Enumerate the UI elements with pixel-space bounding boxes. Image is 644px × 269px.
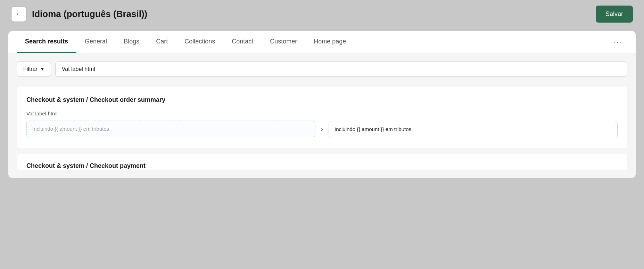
- page-title: Idioma (português (Brasil)): [32, 9, 147, 19]
- tab-general[interactable]: General: [76, 31, 115, 53]
- source-field: Incluindo {{ amount }} em tributos: [26, 121, 315, 137]
- tab-more-button[interactable]: ···: [608, 31, 627, 53]
- filter-button[interactable]: Filtrar ▼: [17, 62, 51, 77]
- section-checkout-order-summary: Checkout & system / Checkout order summa…: [17, 87, 627, 148]
- tab-contact[interactable]: Contact: [223, 31, 262, 53]
- search-input[interactable]: [55, 62, 627, 77]
- save-button[interactable]: Salvar: [596, 6, 633, 23]
- tab-customer[interactable]: Customer: [262, 31, 305, 53]
- filter-label: Filtrar: [23, 66, 38, 72]
- back-icon: ←: [16, 10, 22, 18]
- main-card: Search results General Blogs Cart Collec…: [8, 31, 636, 178]
- arrow-right-icon: ›: [321, 125, 323, 133]
- tab-cart[interactable]: Cart: [148, 31, 176, 53]
- chevron-down-icon: ▼: [40, 67, 44, 72]
- tab-collections[interactable]: Collections: [176, 31, 223, 53]
- filter-bar: Filtrar ▼: [17, 62, 627, 77]
- translation-row: Incluindo {{ amount }} em tributos ›: [26, 121, 618, 137]
- section2-title: Checkout & system / Checkout payment: [17, 154, 627, 170]
- section1-title: Checkout & system / Checkout order summa…: [26, 96, 618, 104]
- tab-blogs[interactable]: Blogs: [115, 31, 148, 53]
- tab-search-results[interactable]: Search results: [17, 31, 76, 53]
- back-button[interactable]: ←: [11, 7, 26, 22]
- tab-home-page[interactable]: Home page: [305, 31, 354, 53]
- tabs-bar: Search results General Blogs Cart Collec…: [8, 31, 636, 53]
- content-area: Filtrar ▼ Checkout & system / Checkout o…: [8, 53, 636, 178]
- target-field[interactable]: [329, 121, 618, 137]
- top-header: ← Idioma (português (Brasil)) Salvar: [0, 0, 644, 28]
- header-left: ← Idioma (português (Brasil)): [11, 7, 147, 22]
- field-label-vat: Vat label html: [26, 111, 618, 116]
